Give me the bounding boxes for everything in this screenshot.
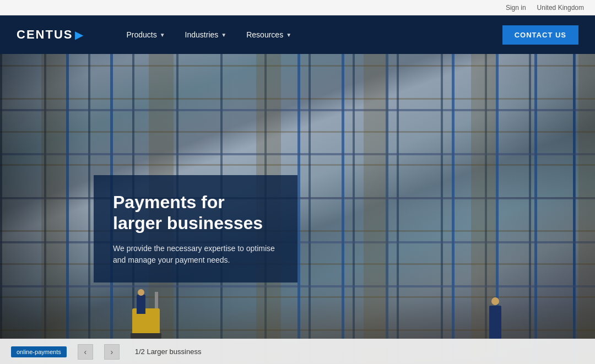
slide-indicator: 1/2 Larger bussiness [135,347,202,356]
logo-text: CENTUS [17,28,73,42]
products-chevron-icon: ▼ [160,32,165,38]
nav-products[interactable]: Products ▼ [116,15,175,54]
nav-links: Products ▼ Industries ▼ Resources ▼ [116,15,502,54]
nav-resources-label: Resources [246,30,283,39]
nav-products-label: Products [126,30,156,39]
resources-chevron-icon: ▼ [286,32,291,38]
forklift-vehicle [132,295,160,339]
hero-subtitle: We provide the necessary expertise to op… [113,243,278,266]
contact-us-button[interactable]: CONTACT US [502,25,578,45]
nav-industries-label: Industries [185,30,219,39]
nav-industries[interactable]: Industries ▼ [175,15,237,54]
prev-slide-button[interactable]: ‹ [78,344,93,360]
hero-title: Payments for larger businesses [113,192,278,234]
slide-tag: online-payments [11,346,67,357]
signin-link[interactable]: Sign in [506,4,526,12]
bottom-bar: online-payments ‹ › 1/2 Larger bussiness [0,339,595,364]
nav-resources[interactable]: Resources ▼ [236,15,301,54]
industries-chevron-icon: ▼ [221,32,226,38]
next-slide-button[interactable]: › [104,344,120,360]
hero-section: Payments for larger businesses We provid… [0,54,595,364]
navbar: CENTUS ▶ Products ▼ Industries ▼ Resourc… [0,15,595,54]
logo[interactable]: CENTUS ▶ [17,28,83,42]
top-bar: Sign in United Kingdom [0,0,595,15]
logo-arrow-icon: ▶ [75,28,83,41]
hero-card: Payments for larger businesses We provid… [94,175,298,282]
worker-figure [489,297,501,339]
region-selector[interactable]: United Kingdom [537,4,584,12]
